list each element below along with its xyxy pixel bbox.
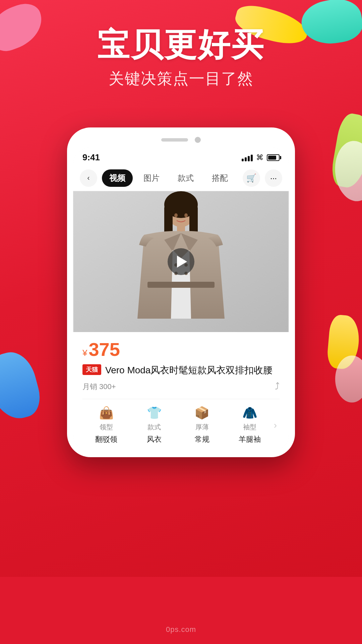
tab-style[interactable]: 款式: [170, 169, 201, 187]
attrs-arrow-icon[interactable]: ›: [274, 420, 280, 431]
product-title: Vero Moda风衣时髦短款风衣双排扣收腰: [105, 364, 273, 377]
more-button[interactable]: ···: [265, 169, 282, 187]
svg-point-13: [184, 213, 188, 217]
attr-sleeve[interactable]: 🧥 袖型 羊腿袖: [226, 406, 274, 444]
share-icon[interactable]: ⤴: [275, 381, 280, 392]
signal-bar-1: [242, 159, 244, 161]
play-triangle-icon: [177, 256, 187, 268]
tab-outfit[interactable]: 搭配: [204, 169, 235, 187]
watermark-text: 0ps.com: [166, 625, 196, 634]
wifi-icon: ⌘: [256, 153, 263, 162]
attr-collar-value: 翻驳领: [95, 434, 117, 444]
signal-bars-icon: [242, 154, 253, 161]
sleeve-icon: 🧥: [242, 406, 257, 420]
cart-button[interactable]: 🛒: [243, 169, 260, 187]
battery-fill: [268, 156, 276, 160]
hero-section: 宝贝更好买 关键决策点一目了然: [0, 27, 362, 89]
svg-rect-7: [147, 282, 215, 288]
phone-top-bar: [73, 133, 289, 148]
monthly-sales: 月销 300+: [82, 382, 116, 392]
attr-thickness-value: 常规: [195, 434, 209, 444]
attrs-divider: [82, 399, 280, 399]
price-symbol: ¥: [82, 348, 87, 358]
attr-sleeve-value: 羊腿袖: [239, 434, 261, 444]
nav-bar: ‹ 视频 图片 款式 搭配 尺码 🛒 ···: [73, 165, 289, 191]
product-attributes: 👜 领型 翻驳领 👕 款式 风衣 📦 厚薄 常规: [82, 406, 280, 444]
product-title-row: 天猫 Vero Moda风衣时髦短款风衣双排扣收腰: [82, 364, 280, 377]
hero-subtitle: 关键决策点一目了然: [0, 68, 362, 89]
status-bar: 9:41 ⌘: [73, 148, 289, 165]
attr-collar[interactable]: 👜 领型 翻驳领: [82, 406, 130, 444]
phone-outer: 9:41 ⌘ ‹ 视频: [67, 127, 295, 457]
attr-style[interactable]: 👕 款式 风衣: [130, 406, 178, 444]
attr-collar-label: 领型: [100, 423, 113, 432]
status-time: 9:41: [82, 152, 100, 163]
tab-video[interactable]: 视频: [102, 169, 133, 187]
back-button[interactable]: ‹: [80, 169, 97, 187]
attr-thickness-label: 厚薄: [195, 423, 209, 432]
signal-bar-3: [248, 156, 250, 161]
bottom-area: 0ps.com: [0, 577, 362, 644]
battery-icon: [267, 154, 280, 161]
attr-sleeve-label: 袖型: [243, 423, 256, 432]
style-icon: 👕: [147, 406, 162, 420]
phone-camera: [195, 137, 201, 143]
phone-speaker: [161, 138, 188, 142]
collar-icon: 👜: [99, 406, 114, 420]
product-meta: 月销 300+ ⤴: [82, 381, 280, 392]
signal-bar-2: [245, 157, 247, 161]
hero-title: 宝贝更好买: [0, 27, 362, 62]
product-price: ¥ 375: [82, 340, 280, 359]
thickness-icon: 📦: [194, 406, 209, 420]
svg-point-12: [174, 213, 178, 217]
status-icons: ⌘: [242, 153, 280, 162]
price-amount: 375: [88, 340, 120, 359]
play-button[interactable]: [168, 248, 194, 275]
phone-mockup: 9:41 ⌘ ‹ 视频: [67, 127, 295, 457]
product-image-area[interactable]: [73, 191, 289, 332]
signal-bar-4: [251, 155, 253, 161]
attr-thickness[interactable]: 📦 厚薄 常规: [178, 406, 226, 444]
platform-badge: 天猫: [82, 364, 101, 375]
phone-screen: 9:41 ⌘ ‹ 视频: [73, 148, 289, 451]
nav-tabs: 视频 图片 款式 搭配 尺码: [102, 169, 238, 187]
tab-images[interactable]: 图片: [136, 169, 167, 187]
attr-style-value: 风衣: [147, 434, 162, 444]
attr-style-label: 款式: [147, 423, 161, 432]
product-info: ¥ 375 天猫 Vero Moda风衣时髦短款风衣双排扣收腰 月销 300+ …: [73, 332, 289, 451]
